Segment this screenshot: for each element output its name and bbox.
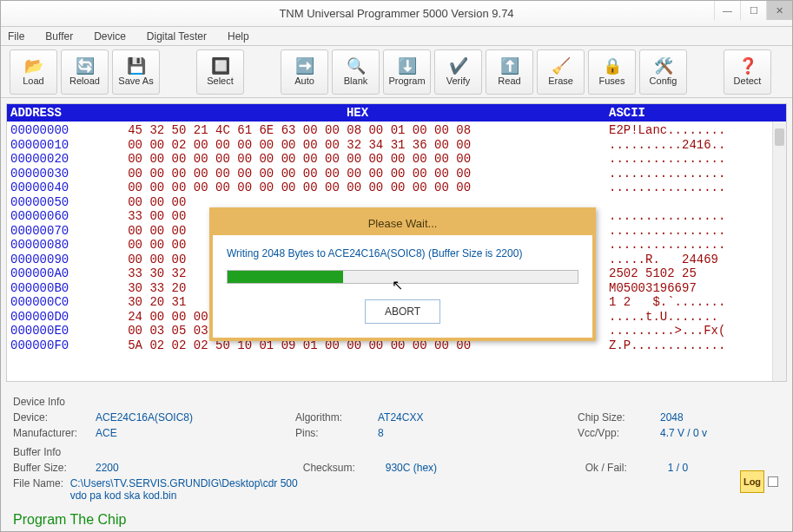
read-button[interactable]: ⬆️Read xyxy=(486,49,533,95)
hex-row: 00000020 00 00 00 00 00 00 00 00 00 00 0… xyxy=(10,152,783,167)
buffer-info-header: Buffer Info xyxy=(13,446,780,458)
buffer-size: 2200 xyxy=(96,462,295,474)
info-panel: Device Info Device:ACE24C16A(SOIC8) Manu… xyxy=(1,387,792,509)
log-toggle[interactable]: Log xyxy=(740,470,778,493)
hex-row: 00000030 00 00 00 00 00 00 00 00 00 00 0… xyxy=(10,167,783,181)
maximize-button[interactable]: ☐ xyxy=(740,1,766,20)
play-icon: ➡️ xyxy=(295,58,314,74)
device-info-header: Device Info xyxy=(13,396,780,408)
auto-button[interactable]: ➡️Auto xyxy=(281,49,328,95)
hex-row: 00000010 00 00 02 00 00 00 00 00 00 00 3… xyxy=(10,138,783,153)
hex-header: ADDRESS HEX ASCII xyxy=(7,104,786,122)
checksum: 930C (hex) xyxy=(386,462,585,474)
file-name: C:\Users\TV.SERVIS.GRUNDIG\Desktop\cdr 5… xyxy=(70,477,303,502)
config-button[interactable]: 🛠️Config xyxy=(639,49,687,95)
menu-tester[interactable]: Digital Tester xyxy=(147,30,207,43)
menu-device[interactable]: Device xyxy=(94,30,126,43)
pins: 8 xyxy=(378,427,578,439)
menu-file[interactable]: File xyxy=(8,30,24,43)
progress-dialog: Please Wait... Writing 2048 Bytes to ACE… xyxy=(209,207,596,341)
app-window: TNM Universal Programmer 5000 Version 9.… xyxy=(0,0,793,532)
cursor-icon: ↖ xyxy=(392,277,403,293)
vcc-vpp: 4.7 V / 0 v xyxy=(660,427,793,439)
progress-fill xyxy=(228,271,343,283)
chip-size: 2048 xyxy=(660,411,793,424)
blank-button[interactable]: 🔍Blank xyxy=(332,49,380,95)
algorithm: AT24CXX xyxy=(378,411,578,424)
tools-icon: 🛠️ xyxy=(654,58,673,74)
folder-open-icon: 📂 xyxy=(24,58,43,74)
minimize-button[interactable]: — xyxy=(714,1,740,20)
menu-help[interactable]: Help xyxy=(228,30,249,43)
dialog-title: Please Wait... xyxy=(213,211,592,235)
erase-button[interactable]: 🧹Erase xyxy=(537,49,585,95)
fuses-button[interactable]: 🔒Fuses xyxy=(588,49,636,95)
select-button[interactable]: 🔲Select xyxy=(196,49,244,95)
window-title: TNM Universal Programmer 5000 Version 9.… xyxy=(279,7,513,20)
chip-icon: 🔲 xyxy=(211,58,230,74)
upload-icon: ⬆️ xyxy=(500,58,519,74)
lock-icon: 🔒 xyxy=(603,58,622,74)
search-icon: 🔍 xyxy=(347,58,366,74)
abort-button[interactable]: ABORT xyxy=(365,299,440,324)
hex-row: 00000000 45 32 50 21 4C 61 6E 63 00 00 0… xyxy=(10,123,783,138)
reload-icon: 🔄 xyxy=(76,58,95,74)
check-icon: ✔️ xyxy=(449,58,468,74)
menubar: File Buffer Device Digital Tester Help xyxy=(1,27,792,46)
erase-icon: 🧹 xyxy=(552,58,571,74)
toolbar: 📂Load 🔄Reload 💾Save As 🔲Select ➡️Auto 🔍B… xyxy=(1,46,792,98)
manufacturer: ACE xyxy=(96,427,295,439)
reload-button[interactable]: 🔄Reload xyxy=(61,49,109,95)
download-icon: ⬇️ xyxy=(398,58,417,74)
detect-button[interactable]: ❓Detect xyxy=(724,49,771,95)
close-button[interactable]: ✕ xyxy=(766,1,792,20)
status-message: Program The Chip xyxy=(1,509,792,531)
menu-buffer[interactable]: Buffer xyxy=(45,30,73,43)
device-name: ACE24C16A(SOIC8) xyxy=(96,411,295,424)
question-icon: ❓ xyxy=(738,58,757,74)
saveas-button[interactable]: 💾Save As xyxy=(112,49,160,95)
log-icon: Log xyxy=(740,470,764,493)
titlebar: TNM Universal Programmer 5000 Version 9.… xyxy=(1,1,792,27)
dialog-message: Writing 2048 Bytes to ACE24C16A(SOIC8) (… xyxy=(227,247,578,259)
log-checkbox[interactable] xyxy=(768,476,778,487)
save-icon: 💾 xyxy=(127,58,146,74)
program-button[interactable]: ⬇️Program xyxy=(383,49,431,95)
hex-row: 00000040 00 00 00 00 00 00 00 00 00 00 0… xyxy=(10,181,783,195)
verify-button[interactable]: ✔️Verify xyxy=(434,49,482,95)
scrollbar[interactable] xyxy=(772,122,786,381)
load-button[interactable]: 📂Load xyxy=(10,49,57,95)
scrollbar-thumb[interactable] xyxy=(775,128,784,146)
